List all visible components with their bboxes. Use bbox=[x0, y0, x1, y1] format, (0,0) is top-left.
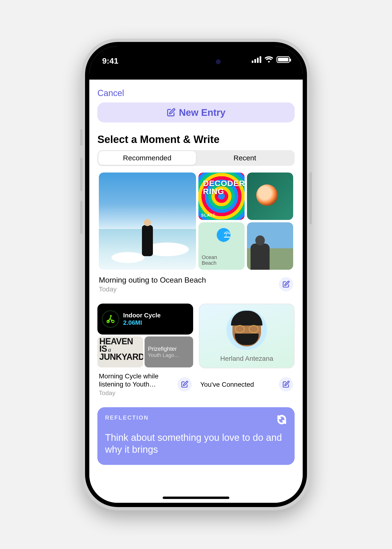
photo-seashell bbox=[247, 172, 293, 220]
power-button bbox=[309, 172, 312, 224]
cancel-button[interactable]: Cancel bbox=[98, 87, 124, 102]
dynamic-island bbox=[165, 54, 227, 71]
status-time: 9:41 bbox=[102, 56, 118, 65]
podcast-decoder-ring: DECODER RING SLATE bbox=[198, 172, 245, 220]
section-title: Select a Moment & Write bbox=[98, 133, 294, 145]
battery-icon bbox=[276, 56, 290, 63]
refresh-reflection-button[interactable] bbox=[275, 413, 288, 426]
new-entry-label: New Entry bbox=[179, 107, 225, 118]
cellular-signal-icon bbox=[252, 56, 261, 63]
tab-recent[interactable]: Recent bbox=[196, 151, 294, 165]
moment-subtitle: Today bbox=[99, 285, 279, 293]
moment-card-ocean-beach[interactable]: DECODER RING SLATE ⛱ bbox=[98, 171, 294, 271]
now-playing-info: Prizefighter Youth Lago… bbox=[145, 336, 193, 367]
workout-distance: 2.06 bbox=[123, 319, 135, 326]
photo-beach bbox=[99, 172, 196, 270]
moment-title: You've Connected bbox=[200, 381, 279, 389]
moment-title: Morning outing to Ocean Beach bbox=[99, 275, 279, 285]
volume-down-button bbox=[80, 201, 83, 234]
write-moment-button[interactable] bbox=[279, 277, 293, 292]
svg-point-2 bbox=[110, 315, 112, 317]
map-ocean-beach: ⛱ Ocean Beach bbox=[198, 222, 245, 270]
map-pin-icon: ⛱ bbox=[217, 228, 231, 242]
workout-name: Indoor Cycle bbox=[123, 312, 161, 319]
volume-up-button bbox=[80, 158, 83, 191]
album-art: HEAVEN IS a JUNKYARD bbox=[98, 336, 143, 367]
new-entry-button[interactable]: New Entry bbox=[98, 102, 294, 122]
contact-name: Herland Antezana bbox=[220, 355, 273, 363]
moment-card-indoor-cycle[interactable]: Indoor Cycle 2.06MI HEAVEN IS a JUNKYARD bbox=[98, 304, 193, 368]
moment-card-contact[interactable]: Herland Antezana bbox=[199, 304, 294, 368]
wifi-icon bbox=[265, 56, 273, 63]
indoor-cycle-icon bbox=[102, 310, 119, 328]
home-indicator[interactable] bbox=[163, 497, 229, 499]
reflection-card[interactable]: REFLECTION Think about something you lov… bbox=[98, 407, 294, 465]
reflection-tag: REFLECTION bbox=[105, 414, 287, 421]
moment-subtitle: Today bbox=[99, 389, 177, 397]
reflection-prompt: Think about something you love to do and… bbox=[105, 432, 287, 455]
memoji-avatar bbox=[226, 310, 267, 350]
write-moment-button[interactable] bbox=[279, 377, 293, 392]
segmented-control: Recommended Recent bbox=[98, 150, 294, 166]
track-artist: Youth Lago… bbox=[148, 352, 190, 358]
tab-recommended[interactable]: Recommended bbox=[98, 151, 196, 165]
compose-icon bbox=[167, 108, 175, 117]
phone-frame: 9:41 Cancel bbox=[82, 39, 310, 510]
journal-new-entry-sheet: Cancel New Entry Select a Moment & Write… bbox=[89, 80, 303, 503]
workout-unit: MI bbox=[135, 319, 142, 326]
track-title: Prizefighter bbox=[148, 345, 190, 352]
photo-dog bbox=[247, 222, 293, 270]
moment-title: Morning Cycle while listening to Youth… bbox=[99, 372, 177, 388]
write-moment-button[interactable] bbox=[177, 377, 192, 392]
mute-switch bbox=[80, 129, 83, 146]
